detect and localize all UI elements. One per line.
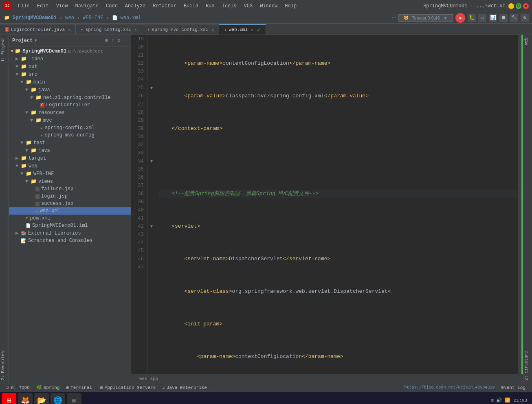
tree-webxml[interactable]: ✦ web.xml (9, 207, 131, 215)
tree-views[interactable]: ▼ 📁 views (9, 178, 131, 185)
sidebar-label-web[interactable]: Web (523, 35, 532, 47)
tree-springconfig[interactable]: ✦ spring-config.xml (9, 124, 131, 132)
menu-view[interactable]: View (53, 2, 71, 10)
menu-refactor[interactable]: Refactor (149, 2, 180, 10)
sidebar-label-favorites[interactable]: 2: Favorites (0, 349, 9, 383)
tree-main[interactable]: ▼ 📁 main (9, 78, 131, 86)
tree-failurejsp[interactable]: J failure.jsp (9, 185, 131, 193)
breadcrumb-project[interactable]: SpringMVCDemo01 (13, 15, 57, 21)
tomcat-selector[interactable]: 🐱 Tomcat 9.0.40 ▼ (398, 14, 453, 22)
tree-icon1[interactable]: ⊞ (104, 37, 109, 44)
status-eventlog[interactable]: Event Log (498, 385, 529, 390)
sidebar-label-project[interactable]: 1: Project (0, 35, 9, 64)
status-spring[interactable]: 🌿 Spring (33, 385, 63, 390)
tree-out[interactable]: ▼ 📁 out (9, 63, 131, 70)
folder-label: mvc (43, 118, 52, 123)
status-appservers[interactable]: 🖥 Application Servers (95, 385, 159, 390)
menu-run[interactable]: Run (202, 2, 218, 10)
fold-icon[interactable]: ▼ (150, 86, 153, 90)
tree-scratches[interactable]: 📝 Scratches and Consoles (9, 237, 131, 244)
tree-settings[interactable]: ⚙ (117, 37, 121, 44)
tab-close[interactable]: ✕ (134, 27, 137, 32)
tree-mvc[interactable]: ▼ 📁 mvc (9, 116, 131, 124)
tree-resources[interactable]: ▼ 📁 resources (9, 109, 131, 116)
jsp-icon: J (35, 194, 40, 199)
menu-edit[interactable]: Edit (34, 2, 52, 10)
status-javaee[interactable]: ☕ Java Enterprise (159, 385, 210, 390)
taskbar-icon2[interactable]: 📂 (34, 393, 49, 404)
tree-loginjsp[interactable]: J login.jsp (9, 193, 131, 200)
coverage-button[interactable]: ☑ (478, 14, 486, 22)
tree-package[interactable]: ▼ 📁 net.zl.spring.controlle (9, 94, 131, 101)
fold-icon[interactable]: ▼ (150, 159, 153, 164)
settings-button[interactable]: ⚙ (521, 14, 529, 22)
tree-root[interactable]: ▼ 📁 SpringMVCDemo01 D:\JavaObject (9, 47, 131, 55)
minimize-button[interactable]: — (508, 3, 514, 9)
tree-testjava[interactable]: ▼ 📁 java (9, 147, 131, 154)
folder-icon: 📁 (21, 155, 27, 161)
tree-iml[interactable]: 📄 SpringMVCDemo01.iml (9, 222, 131, 229)
tree-springmvcconfig[interactable]: ✦ spring-mvc-config (9, 132, 131, 139)
tree-successjsp[interactable]: J success.jsp (9, 200, 131, 207)
tab-close[interactable]: ✕ (211, 27, 214, 32)
file-label: login.jsp (41, 193, 68, 199)
menu-help[interactable]: Help (281, 2, 300, 10)
tab-logincontroller[interactable]: C LoginController.java ✕ (0, 24, 76, 35)
right-scrollbar[interactable] (518, 35, 523, 374)
tab-webxml[interactable]: ✦ web.xml ✕ ✓ (219, 24, 266, 35)
tree-pomxml[interactable]: M pom.xml (9, 215, 131, 222)
back-button[interactable]: ← (392, 14, 396, 22)
menu-window[interactable]: Window (257, 2, 281, 10)
menu-vcs[interactable]: VCS (241, 2, 256, 10)
appservers-label: Application Servers (105, 385, 156, 390)
tree-src[interactable]: ▼ 📁 src (9, 70, 131, 78)
tree-test[interactable]: ▼ 📁 test (9, 139, 131, 147)
profile-button[interactable]: 📊 (489, 14, 497, 22)
tab-springmvcconfig[interactable]: ✦ spring-mvc-config.xml ✕ (142, 24, 219, 35)
status-terminal[interactable]: ⊞ Terminal (63, 385, 95, 390)
tab-springconfig[interactable]: ✦ spring-config.xml ✕ (76, 24, 142, 35)
tree-close[interactable]: — (123, 37, 128, 44)
menu-build[interactable]: Build (180, 2, 202, 10)
menu-code[interactable]: Code (103, 2, 121, 10)
menu-navigate[interactable]: Navigate (72, 2, 102, 10)
breadcrumb-webxml[interactable]: web.xml (121, 15, 141, 21)
status-todo[interactable]: ☑ 6: TODO (3, 385, 33, 390)
project-dropdown-icon[interactable]: ▼ (34, 38, 37, 43)
code-content[interactable]: <param-name>contextConfigLocation</param… (156, 35, 518, 374)
folder-label: target (29, 156, 46, 161)
taskbar-icon1[interactable]: 🦊 (18, 393, 33, 404)
folder-label: views (38, 179, 53, 184)
sidebar-label-structure[interactable]: Z: Structure (523, 349, 532, 383)
menu-analyze[interactable]: Analyze (122, 2, 149, 10)
tree-extlibs[interactable]: ▶ 📚 External Libraries (9, 229, 131, 237)
fold-icon[interactable]: ▼ (150, 224, 153, 229)
taskbar-start[interactable]: ⊞ (2, 393, 16, 404)
run-button[interactable] (455, 13, 465, 23)
breadcrumb-sep3: › (106, 15, 109, 21)
maximize-button[interactable]: □ (516, 3, 521, 9)
code-editor[interactable]: 19 20 21 22 23 24 25 26 27 28 29 30 31 3… (131, 35, 523, 374)
tree-idea[interactable]: ▶ 📁 .idea (9, 55, 131, 63)
tree-target[interactable]: ▶ 📁 target (9, 154, 131, 162)
tab-close[interactable]: ✕ (68, 27, 70, 32)
tab-close[interactable]: ✕ (251, 27, 253, 32)
menu-tools[interactable]: Tools (219, 2, 240, 10)
todo-label: 6: TODO (11, 385, 30, 390)
build-button[interactable]: 🔨 (510, 14, 518, 22)
menu-file[interactable]: File (15, 2, 33, 10)
stop-button[interactable]: ⏹ (499, 14, 508, 22)
webapp-breadcrumb: web-app (131, 374, 523, 383)
tree-java[interactable]: ▼ 📁 java (9, 86, 131, 94)
tree-logincontroller[interactable]: C LoginController (9, 101, 131, 109)
tray-icons: ⊞ 🔊 📶 (491, 397, 510, 403)
tree-webinf[interactable]: ▼ 📁 WEB-INF (9, 170, 131, 178)
tree-icon2[interactable]: ↕ (110, 37, 115, 44)
breadcrumb-web[interactable]: web (65, 15, 74, 21)
close-button[interactable]: ✕ (523, 3, 529, 9)
taskbar-icon3[interactable]: 🌐 (51, 393, 65, 404)
debug-button[interactable]: 🐛 (468, 14, 476, 22)
tree-web[interactable]: ▼ 📁 web (9, 162, 131, 170)
taskbar-icon4[interactable]: ✉ (67, 393, 81, 404)
breadcrumb-webinf[interactable]: WEB-INF (83, 15, 103, 21)
